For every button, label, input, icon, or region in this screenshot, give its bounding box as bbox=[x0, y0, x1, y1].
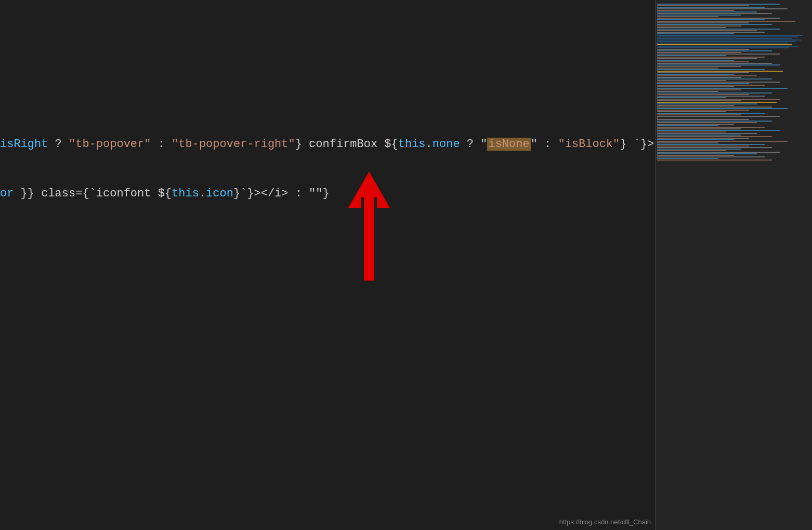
mm-line bbox=[657, 122, 757, 123]
mm-line bbox=[657, 107, 772, 108]
code-dot2: . bbox=[199, 187, 206, 200]
mm-line bbox=[657, 15, 741, 16]
code-isBlock: "isBlock" bbox=[558, 138, 620, 151]
mm-line bbox=[657, 63, 772, 64]
mm-line bbox=[657, 80, 726, 81]
code-dot1: . bbox=[426, 138, 433, 151]
mm-line bbox=[657, 69, 765, 70]
mm-line bbox=[657, 10, 734, 11]
mm-line bbox=[657, 131, 726, 132]
annotation-arrow bbox=[338, 171, 400, 286]
mm-line bbox=[657, 153, 757, 154]
code-icon: icon bbox=[206, 187, 233, 200]
minimap-content bbox=[656, 0, 812, 530]
mm-line bbox=[657, 24, 772, 25]
mm-line bbox=[657, 121, 772, 122]
mm-line bbox=[657, 82, 780, 83]
mm-line bbox=[657, 66, 741, 67]
mm-line bbox=[657, 145, 749, 147]
code-close-brace: } confirmBox ${ bbox=[295, 138, 398, 151]
mm-line bbox=[657, 33, 734, 34]
mm-line bbox=[657, 94, 749, 95]
mm-line bbox=[657, 149, 741, 150]
mm-line bbox=[657, 83, 749, 84]
mm-yellow-line bbox=[657, 102, 777, 103]
mm-selected-line bbox=[657, 47, 789, 48]
mm-line bbox=[657, 27, 726, 28]
mm-error-dot bbox=[657, 117, 658, 118]
mm-line bbox=[657, 86, 734, 87]
mm-line bbox=[657, 91, 718, 92]
url-text: https://blog.csdn.net/clll_Chain bbox=[559, 518, 651, 526]
mm-line bbox=[657, 142, 718, 143]
mm-line bbox=[657, 133, 757, 134]
mm-line bbox=[657, 152, 780, 153]
mm-line bbox=[657, 16, 718, 17]
code-isNone: isNone bbox=[487, 138, 530, 151]
code-none: none bbox=[433, 138, 460, 151]
mm-line bbox=[657, 135, 741, 136]
mm-selected-line bbox=[657, 38, 792, 39]
mm-line bbox=[657, 141, 788, 142]
mm-line bbox=[657, 49, 749, 50]
mm-line bbox=[657, 72, 749, 73]
mm-line bbox=[657, 139, 734, 140]
mm-line bbox=[657, 113, 765, 114]
mm-line bbox=[657, 55, 726, 56]
mm-line bbox=[657, 138, 749, 139]
code-after-isNone: " : bbox=[531, 138, 558, 151]
code-editor: isRight ? "tb-popover" : "tb-popover-rig… bbox=[0, 0, 655, 530]
mm-line bbox=[657, 128, 741, 129]
mm-line bbox=[657, 78, 772, 80]
code-line-2: or }} class={`iconfont ${this.icon}`}></… bbox=[0, 187, 330, 200]
code-ternary1: ? bbox=[48, 138, 69, 151]
mm-line bbox=[657, 111, 726, 112]
mm-line bbox=[657, 18, 780, 19]
svg-rect-0 bbox=[364, 197, 374, 281]
mm-line bbox=[657, 8, 788, 9]
mm-line bbox=[657, 97, 726, 98]
mm-line bbox=[657, 125, 718, 126]
mm-line bbox=[657, 61, 749, 62]
mm-line bbox=[657, 103, 757, 104]
code-template-end: } `}> bbox=[620, 138, 654, 151]
mm-line bbox=[657, 110, 749, 111]
mm-line bbox=[657, 64, 780, 65]
mm-line bbox=[657, 99, 780, 100]
mm-line bbox=[657, 30, 757, 31]
mm-line bbox=[657, 100, 741, 101]
code-line-1: isRight ? "tb-popover" : "tb-popover-rig… bbox=[0, 138, 654, 151]
mm-line bbox=[657, 155, 734, 156]
mm-line bbox=[657, 60, 734, 61]
mm-line bbox=[657, 105, 734, 106]
url-bar: https://blog.csdn.net/clll_Chain bbox=[559, 518, 651, 526]
code-end-template: }`}></i> : ""} bbox=[233, 187, 330, 200]
mm-selected-line bbox=[657, 46, 798, 47]
mm-line bbox=[657, 22, 749, 23]
mm-line bbox=[657, 119, 749, 120]
mm-line bbox=[657, 58, 757, 59]
mm-line bbox=[657, 92, 772, 94]
code-tb-popover: "tb-popover" bbox=[69, 138, 151, 151]
mm-line bbox=[657, 50, 772, 51]
mm-line bbox=[657, 52, 741, 53]
mm-line bbox=[657, 127, 765, 128]
mm-line bbox=[657, 150, 726, 151]
mm-selected-line bbox=[657, 43, 788, 44]
code-tb-popover-right: "tb-popover-right" bbox=[172, 138, 295, 151]
mm-line bbox=[657, 11, 757, 12]
mm-line bbox=[657, 68, 718, 69]
mm-line bbox=[657, 96, 765, 97]
mm-line bbox=[657, 5, 749, 6]
mm-line bbox=[657, 158, 718, 159]
mm-line bbox=[657, 74, 734, 75]
mm-yellow-line bbox=[657, 71, 783, 72]
mm-line bbox=[657, 160, 772, 161]
mm-line bbox=[657, 7, 765, 8]
code-this2: this bbox=[172, 187, 199, 200]
mm-line bbox=[657, 89, 741, 90]
mm-line bbox=[657, 32, 765, 33]
mm-line bbox=[657, 130, 780, 131]
mm-line bbox=[657, 156, 765, 157]
mm-line bbox=[657, 25, 741, 27]
